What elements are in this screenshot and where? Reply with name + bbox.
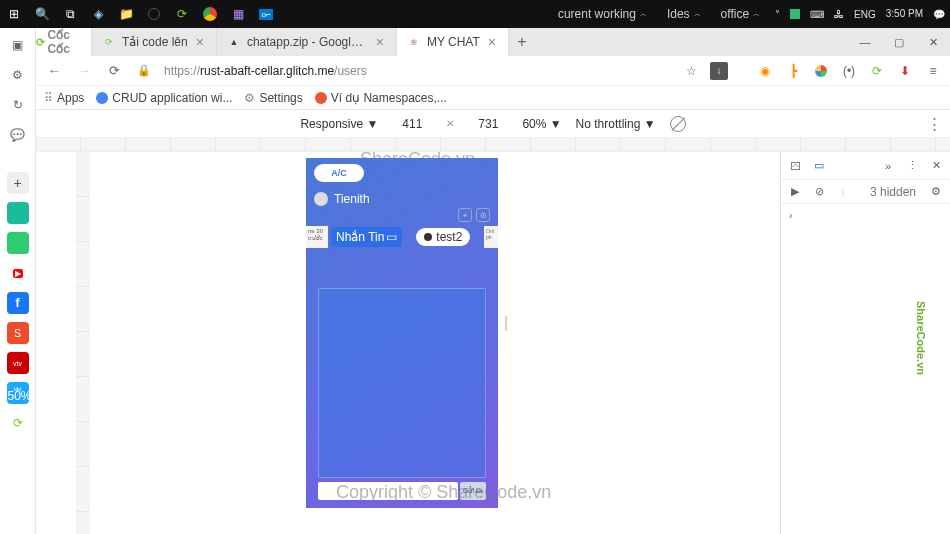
tab-close-icon[interactable]: × bbox=[486, 34, 498, 50]
taskbar-folder-ides[interactable]: Ides︿ bbox=[657, 7, 711, 21]
record-icon[interactable] bbox=[140, 0, 168, 28]
play-icon[interactable]: ▶ bbox=[787, 184, 803, 200]
sidebar-app-teal[interactable] bbox=[7, 202, 29, 224]
inspect-icon[interactable]: ⮹ bbox=[787, 158, 803, 174]
tray-notifications-icon[interactable]: 💬 bbox=[928, 0, 950, 28]
taskbar-folder-office[interactable]: office︿ bbox=[711, 7, 770, 21]
tray-chevron-icon[interactable]: ˅ bbox=[770, 0, 785, 28]
close-button[interactable]: ✕ bbox=[916, 28, 950, 56]
address-bar-row: ← → ⟳ 🔒 https://rust-abaft-cellar.glitch… bbox=[36, 56, 950, 86]
devtools-console[interactable]: › bbox=[781, 204, 950, 534]
rotate-icon[interactable] bbox=[670, 116, 686, 132]
back-button[interactable]: ← bbox=[44, 61, 64, 81]
favicon-icon: ❀ bbox=[407, 35, 421, 49]
gear-icon[interactable]: ⚙ bbox=[928, 184, 944, 200]
user-row: Tienith bbox=[314, 192, 370, 206]
contact-card-left[interactable]: ne 30 trước bbox=[306, 226, 328, 248]
forward-button[interactable]: → bbox=[74, 61, 94, 81]
teams-icon[interactable]: ▦ bbox=[224, 0, 252, 28]
zoom-dropdown[interactable]: 60% ▼ bbox=[522, 117, 561, 131]
coccoc-logo[interactable]: ⟳ Cốc Cốc bbox=[36, 28, 92, 56]
tab-close-icon[interactable]: × bbox=[374, 34, 386, 50]
menu-icon[interactable]: ≡ bbox=[924, 62, 942, 80]
ext-icon-2[interactable]: ┣ bbox=[784, 62, 802, 80]
message-button[interactable]: Nhắn Tin▭ bbox=[331, 227, 402, 247]
chrome-icon[interactable] bbox=[196, 0, 224, 28]
tab-close-icon[interactable]: × bbox=[194, 34, 206, 50]
device-bar-menu-icon[interactable]: ⋮ bbox=[927, 115, 942, 133]
devtools-menu-icon[interactable]: ⋮ bbox=[904, 158, 920, 174]
plus-button[interactable]: + bbox=[458, 208, 472, 222]
contact-card-right[interactable]: Onl ph bbox=[484, 226, 498, 248]
taskbar-folder-working[interactable]: curent working︿ bbox=[548, 7, 657, 21]
sidebar-app-tiki[interactable]: tiki-50% bbox=[7, 382, 29, 404]
tray-network-icon[interactable]: 🖧 bbox=[829, 0, 849, 28]
sidebar-app-shopee[interactable]: S bbox=[7, 322, 29, 344]
tab-title: MY CHAT bbox=[427, 35, 480, 49]
width-input[interactable]: 411 bbox=[392, 117, 432, 131]
message-input[interactable] bbox=[318, 482, 458, 500]
hidden-count[interactable]: 3 hidden bbox=[870, 185, 916, 199]
avatar-dot-icon bbox=[424, 233, 432, 241]
bookmark-vidu[interactable]: Ví dụ Namespaces,... bbox=[315, 91, 447, 105]
lock-icon[interactable]: 🔒 bbox=[134, 61, 154, 81]
circle-button[interactable]: ⊙ bbox=[476, 208, 490, 222]
url-path: /users bbox=[334, 64, 367, 78]
divider: | bbox=[835, 184, 851, 200]
throttling-dropdown[interactable]: No throttling ▼ bbox=[576, 117, 656, 131]
tab-tai-code[interactable]: ⟳ Tải code lên × bbox=[92, 28, 217, 56]
tab-my-chat[interactable]: ❀ MY CHAT × bbox=[397, 28, 509, 56]
bookmark-apps[interactable]: ⠿Apps bbox=[44, 91, 84, 105]
bookmark-crud[interactable]: CRUD application wi... bbox=[96, 91, 232, 105]
contact-test2[interactable]: test2 bbox=[416, 228, 470, 246]
height-input[interactable]: 731 bbox=[468, 117, 508, 131]
bookmark-settings[interactable]: ⚙Settings bbox=[244, 91, 302, 105]
sidebar-app-green[interactable] bbox=[7, 232, 29, 254]
reload-button[interactable]: ⟳ bbox=[104, 61, 124, 81]
outlook-icon[interactable]: o⌐ bbox=[252, 0, 280, 28]
sidebar-app-coccoc[interactable]: ⟳ bbox=[7, 412, 29, 434]
ext-download-icon[interactable]: ⬇ bbox=[896, 62, 914, 80]
sidebar-history-icon[interactable]: ↻ bbox=[7, 94, 29, 116]
responsive-dropdown[interactable]: Responsive ▼ bbox=[300, 117, 378, 131]
app-logo[interactable]: A/C bbox=[314, 164, 364, 182]
maximize-button[interactable]: ▢ bbox=[882, 28, 916, 56]
sidebar-save-icon[interactable]: ▣ bbox=[7, 34, 29, 56]
file-explorer-icon[interactable]: 📁 bbox=[112, 0, 140, 28]
devtools-toolbar: ▶ ⊘ | 3 hidden ⚙ bbox=[781, 180, 950, 204]
tray-clock[interactable]: 3:50 PM bbox=[881, 0, 928, 28]
devtools-close-icon[interactable]: ✕ bbox=[928, 158, 944, 174]
sidebar-app-vtv[interactable]: vtv bbox=[7, 352, 29, 374]
minimize-button[interactable]: — bbox=[848, 28, 882, 56]
sidebar-gear-icon[interactable]: ⚙ bbox=[7, 64, 29, 86]
tray-keyboard-icon[interactable]: ⌨ bbox=[805, 0, 829, 28]
tab-google-drive[interactable]: ▲ chatapp.zip - Google Drive × bbox=[217, 28, 397, 56]
contacts-row: ne 30 trước Nhắn Tin▭ test2 Onl ph bbox=[306, 226, 498, 248]
ext-icon-4[interactable]: (•) bbox=[840, 62, 858, 80]
sidebar-app-facebook[interactable]: f bbox=[7, 292, 29, 314]
start-button[interactable]: ⊞ bbox=[0, 0, 28, 28]
url-display[interactable]: https://rust-abaft-cellar.glitch.me/user… bbox=[164, 64, 672, 78]
download-icon[interactable]: ↓ bbox=[710, 62, 728, 80]
ext-icon-1[interactable]: ◉ bbox=[756, 62, 774, 80]
star-icon[interactable]: ☆ bbox=[682, 62, 700, 80]
sidebar-add-button[interactable]: + bbox=[7, 172, 29, 194]
ext-icon-3[interactable] bbox=[812, 62, 830, 80]
task-view-icon[interactable]: ⧉ bbox=[56, 0, 84, 28]
ext-icon-5[interactable]: ⟳ bbox=[868, 62, 886, 80]
new-tab-button[interactable]: + bbox=[509, 33, 535, 51]
coccoc-taskbar-icon[interactable]: ⟳ bbox=[168, 0, 196, 28]
search-icon[interactable]: 🔍 bbox=[28, 0, 56, 28]
chat-input-bar: Gửi ⌲ bbox=[318, 482, 486, 500]
device-toggle-icon[interactable]: ▭ bbox=[811, 158, 827, 174]
chat-icon: ▭ bbox=[386, 230, 397, 244]
sidebar-app-youtube[interactable]: ▶ bbox=[7, 262, 29, 284]
tray-lang[interactable]: ENG bbox=[849, 0, 881, 28]
webpack-icon[interactable]: ◈ bbox=[84, 0, 112, 28]
sidebar-messenger-icon[interactable]: 💬 bbox=[7, 124, 29, 146]
tray-app-icon[interactable] bbox=[785, 0, 805, 28]
block-icon[interactable]: ⊘ bbox=[811, 184, 827, 200]
chat-messages-area[interactable] bbox=[318, 288, 486, 478]
send-button[interactable]: Gửi ⌲ bbox=[460, 482, 486, 500]
more-tabs-icon[interactable]: » bbox=[880, 158, 896, 174]
